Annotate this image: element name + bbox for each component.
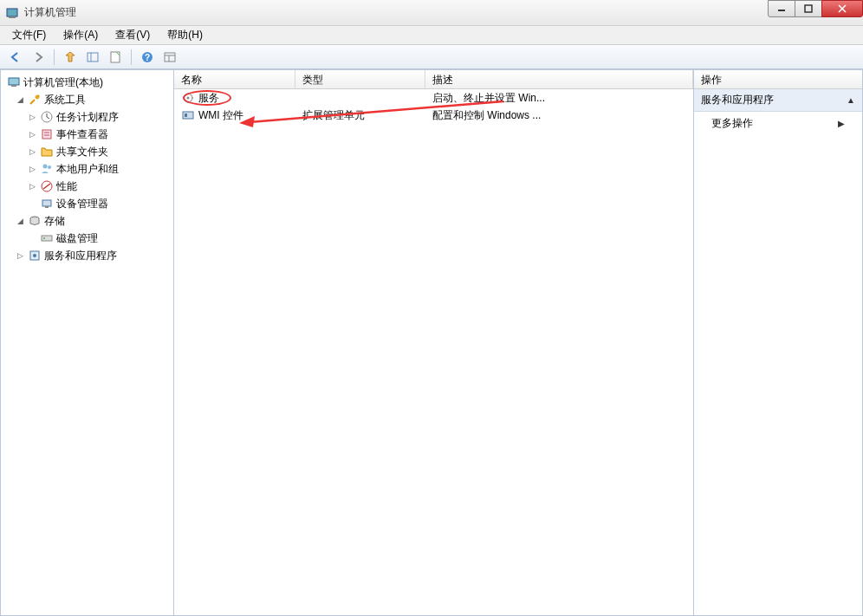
svg-point-21 [43,165,48,169]
menu-help[interactable]: 帮助(H) [159,26,211,44]
svg-rect-25 [45,206,49,208]
disk-icon [40,231,54,245]
svg-point-28 [43,237,45,239]
svg-point-32 [187,97,190,100]
app-icon [5,6,19,20]
content-area: 计算机管理(本地) ◢ 系统工具 ▷ 任务计划程序 ▷ 事件查看器 ▷ [0,69,863,616]
chevron-up-icon: ▲ [847,95,855,105]
row-name: 服务 [198,91,219,106]
close-button[interactable] [821,0,863,17]
tools-icon [28,93,42,107]
list-row-services[interactable]: 服务 启动、终止并设置 Win... [174,89,693,107]
computer-mgmt-icon [7,75,21,89]
svg-rect-3 [805,5,812,12]
row-name: WMI 控件 [198,108,243,123]
collapse-icon[interactable]: ◢ [15,217,25,225]
svg-rect-24 [42,200,51,206]
tree-label: 计算机管理(本地) [23,75,103,90]
window-title: 计算机管理 [24,5,76,20]
tree-system-tools[interactable]: ◢ 系统工具 [3,91,172,108]
expand-icon[interactable]: ▷ [27,130,37,139]
device-icon [40,197,54,211]
toolbar-separator [54,49,55,65]
svg-rect-6 [88,53,98,62]
actions-more-label: 更多操作 [711,116,753,131]
tree-panel[interactable]: 计算机管理(本地) ◢ 系统工具 ▷ 任务计划程序 ▷ 事件查看器 ▷ [1,70,174,615]
expand-icon[interactable]: ▷ [15,251,25,260]
tree-event-viewer[interactable]: ▷ 事件查看器 [3,126,172,143]
menu-view[interactable]: 查看(V) [107,26,159,44]
expand-icon[interactable]: ▷ [27,147,37,156]
list-row-wmi[interactable]: WMI 控件 扩展管理单元 配置和控制 Windows ... [174,107,693,124]
actions-header: 操作 [694,70,862,89]
up-button[interactable] [60,48,81,67]
collapse-icon[interactable]: ◢ [15,95,25,104]
actions-section-label: 服务和应用程序 [701,93,774,107]
svg-point-30 [33,254,36,257]
menu-file[interactable]: 文件(F) [3,26,55,44]
tree-disk-management[interactable]: 磁盘管理 [3,230,172,247]
tree-device-manager[interactable]: 设备管理器 [3,195,172,212]
properties-button[interactable] [105,48,126,67]
svg-rect-15 [11,85,16,87]
tree-label: 设备管理器 [56,197,108,211]
toolbar: ? [0,45,863,69]
wmi-icon [181,108,195,122]
tree-services-apps[interactable]: ▷ 服务和应用程序 [3,247,172,264]
list-header: 名称 类型 描述 [174,70,693,89]
folder-icon [40,145,54,159]
list-body[interactable]: 服务 启动、终止并设置 Win... WMI 控件 扩展管理单元 配置和控制 W… [174,89,693,615]
view-button[interactable] [159,48,180,67]
expand-icon[interactable]: ▷ [27,113,37,121]
back-button[interactable] [5,48,26,67]
actions-panel: 操作 服务和应用程序 ▲ 更多操作 ▶ [694,70,862,615]
list-panel: 名称 类型 描述 服务 启动、终止并设置 Win... [174,70,694,615]
minimize-button[interactable] [768,0,795,17]
actions-more[interactable]: 更多操作 ▶ [694,112,862,135]
column-description[interactable]: 描述 [425,70,693,88]
chevron-right-icon: ▶ [838,119,845,128]
menubar: 文件(F) 操作(A) 查看(V) 帮助(H) [0,26,863,45]
svg-rect-34 [185,113,187,117]
expand-icon[interactable]: ▷ [27,182,37,191]
svg-rect-1 [9,16,16,18]
svg-text:?: ? [145,53,150,62]
svg-rect-11 [165,53,175,62]
services-apps-icon [28,249,42,263]
tree-label: 共享文件夹 [56,145,108,159]
tree-label: 任务计划程序 [56,110,119,125]
show-hide-tree-button[interactable] [82,48,103,67]
row-type: 扩展管理单元 [295,108,425,123]
actions-section[interactable]: 服务和应用程序 ▲ [694,89,862,112]
tree-performance[interactable]: ▷ 性能 [3,178,172,195]
performance-icon [40,179,54,193]
toolbar-separator [131,49,132,65]
tree-local-users[interactable]: ▷ 本地用户和组 [3,160,172,178]
clock-icon [40,110,54,124]
expand-icon[interactable]: ▷ [27,165,37,173]
svg-rect-27 [42,236,52,241]
tree-shared-folders[interactable]: ▷ 共享文件夹 [3,143,172,160]
storage-icon [28,214,42,228]
column-type[interactable]: 类型 [295,70,425,88]
tree-label: 存储 [44,214,65,229]
tree-label: 磁盘管理 [56,231,98,246]
tree-label: 系统工具 [44,93,86,107]
row-description: 启动、终止并设置 Win... [425,91,693,106]
tree-task-scheduler[interactable]: ▷ 任务计划程序 [3,108,172,126]
menu-action[interactable]: 操作(A) [55,26,107,44]
column-name[interactable]: 名称 [174,70,295,88]
tree-label: 本地用户和组 [56,162,119,177]
svg-rect-33 [183,112,193,119]
maximize-button[interactable] [795,0,822,17]
gear-icon [181,91,195,105]
tree-label: 事件查看器 [56,127,108,142]
help-button[interactable]: ? [137,48,158,67]
svg-point-22 [48,165,51,169]
users-icon [40,162,54,176]
tree-root[interactable]: 计算机管理(本地) [3,74,172,91]
forward-button[interactable] [28,48,49,67]
window-controls [769,0,863,19]
event-icon [40,127,54,141]
tree-storage[interactable]: ◢ 存储 [3,212,172,230]
